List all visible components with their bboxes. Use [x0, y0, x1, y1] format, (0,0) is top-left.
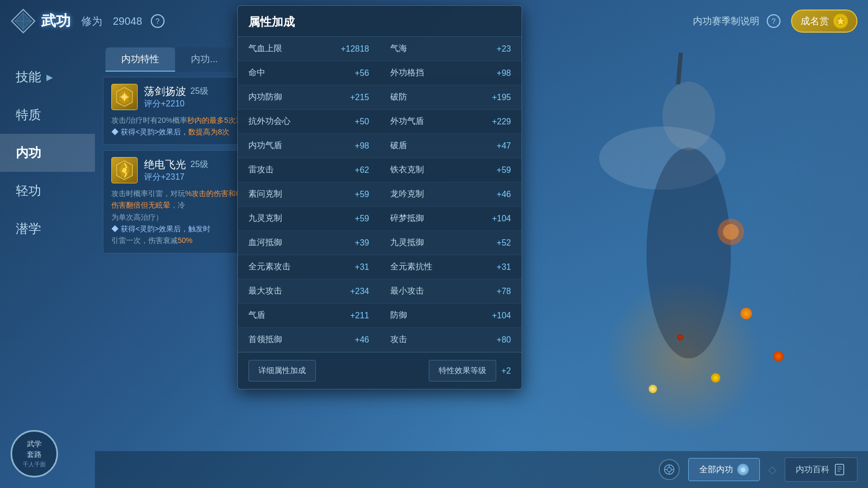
stat-name-tieyi: 铁衣克制 — [390, 164, 424, 175]
stat-val-shoulingdy: +46 — [355, 335, 369, 345]
season-btn[interactable]: 内功赛季制说明 ? — [693, 14, 780, 28]
neigong-circle-icon: ⊙ — [737, 464, 749, 475]
character-silhouette — [494, 11, 836, 474]
effect-level-btn[interactable]: 特性效果等级 — [429, 360, 496, 382]
stat-name-waiqidun: 外功气盾 — [390, 116, 424, 127]
neigong-baike-btn[interactable]: 内功百科 — [785, 457, 857, 482]
sidebar-item-qinggong[interactable]: 轻功 — [0, 172, 95, 210]
stat-name-gongji: 攻击 — [390, 334, 407, 345]
stat-val-mingzhong: +56 — [355, 69, 369, 78]
stat-row-suwenkz: 素问克制 +59 — [238, 182, 380, 207]
stat-val-gongji: +80 — [497, 335, 511, 345]
character-glow — [604, 277, 763, 435]
svg-point-1 — [647, 148, 731, 358]
stat-name-neigongfangyv: 内功防御 — [248, 92, 282, 103]
stat-row-waiqidun: 外功气盾 +229 — [380, 110, 522, 134]
stat-row-zuixiao: 最小攻击 +78 — [380, 279, 522, 304]
sidebar-item-jine[interactable]: 技能 ▶ — [0, 58, 95, 96]
stat-val-quanysks: +31 — [497, 262, 511, 272]
all-neigong-btn[interactable]: 全部内功 ⊙ — [688, 458, 760, 481]
stat-row-jiulingkz: 九灵克制 +59 — [238, 207, 380, 231]
skill-name-2: 绝电飞光 — [144, 158, 186, 172]
crosshair-btn[interactable] — [659, 459, 680, 480]
stat-name-shoulingdy: 首领抵御 — [248, 334, 282, 345]
svg-line-5 — [678, 53, 681, 84]
separator: ◇ — [768, 463, 776, 476]
fame-btn[interactable]: 成名赏 — [791, 9, 857, 33]
stat-val-waiqidun: +229 — [492, 117, 511, 126]
stat-row-qidun: 气盾 +211 — [238, 304, 380, 328]
sidebar-item-qianxue-label: 潜学 — [16, 220, 41, 237]
stat-row-gongji: 攻击 +80 — [380, 328, 522, 352]
sidebar-item-jine-label: 技能 — [16, 69, 41, 85]
stat-row-pofang: 破防 +195 — [380, 85, 522, 110]
background-character — [499, 0, 868, 488]
stat-row-waigongge: 外功格挡 +98 — [380, 61, 522, 85]
wuxue-badge[interactable]: 武学套路 千人千面 — [11, 430, 58, 477]
stat-val-jiulingkz: +59 — [355, 214, 369, 223]
stat-row-zuida: 最大攻击 +234 — [238, 279, 380, 304]
stat-row-qixue: 气血上限 +12818 — [238, 37, 380, 61]
stat-val-pofang: +195 — [492, 93, 511, 102]
popup-footer: 详细属性加成 特性效果等级 +2 — [238, 352, 522, 389]
stat-row-jiulingdy: 九灵抵御 +52 — [380, 231, 522, 255]
cultivation-label: 修为 — [81, 14, 102, 28]
stat-val-xuehedy: +39 — [355, 238, 369, 248]
popup-scroll[interactable]: 气血上限 +12818 命中 +56 内功防御 +215 抗外功会心 +50 内… — [238, 37, 522, 352]
effect-level-value: +2 — [501, 366, 511, 376]
stat-val-qidun: +211 — [350, 311, 369, 320]
stat-row-quanysks: 全元素抗性 +31 — [380, 255, 522, 279]
sidebar-arrow-jine: ▶ — [46, 72, 53, 82]
stat-val-leigongji: +62 — [355, 165, 369, 175]
season-btn-label: 内功赛季制说明 — [693, 15, 759, 27]
skill-icon-1 — [111, 84, 138, 110]
diamond-icon — [11, 8, 36, 34]
cultivation-value: 29048 — [113, 15, 142, 27]
stat-name-suwenkz: 素问克制 — [248, 189, 282, 200]
tab-neigong-texing[interactable]: 内功特性 — [105, 47, 175, 72]
wuxue-badge-text: 武学套路 — [27, 439, 42, 460]
season-help-icon[interactable]: ? — [767, 14, 780, 28]
fame-icon — [833, 14, 848, 28]
stat-val-suwenkz: +59 — [355, 190, 369, 199]
tab-second[interactable]: 内功... — [175, 47, 234, 72]
svg-point-4 — [723, 224, 739, 240]
stat-val-longyin: +46 — [497, 190, 511, 199]
sidebar-item-qinggong-label: 轻功 — [16, 182, 41, 199]
top-right-section: 内功赛季制说明 ? 成名赏 — [693, 9, 857, 33]
detail-attr-btn-label: 详细属性加成 — [258, 366, 306, 375]
stat-val-kangwai: +50 — [355, 117, 369, 126]
sidebar-item-tezhi[interactable]: 特质 — [0, 96, 95, 134]
stat-val-suimeng: +104 — [492, 214, 511, 223]
stat-name-jiulingkz: 九灵克制 — [248, 213, 282, 224]
stat-val-qixue: +12818 — [341, 44, 369, 54]
sidebar-item-neigong[interactable]: 内功 — [0, 134, 95, 172]
stat-val-podun: +47 — [497, 141, 511, 151]
stat-val-zuida: +234 — [350, 287, 369, 296]
cultivation-help-icon[interactable]: ? — [151, 14, 165, 28]
stat-val-quanysgj: +31 — [355, 262, 369, 272]
detail-attr-btn[interactable]: 详细属性加成 — [248, 360, 316, 382]
bottom-bar: 全部内功 ⊙ ◇ 内功百科 — [95, 451, 868, 488]
sidebar-item-qianxue[interactable]: 潜学 — [0, 210, 95, 248]
neigong-baike-label: 内功百科 — [796, 464, 830, 475]
crosshair-icon — [663, 464, 675, 475]
stat-name-longyin: 龙吟克制 — [390, 189, 424, 200]
stat-val-neigongfangyv: +215 — [350, 93, 369, 102]
top-left-section: 武功 修为 29048 ? — [11, 8, 165, 34]
stat-row-shoulingdy: 首领抵御 +46 — [238, 328, 380, 352]
stats-left-col: 气血上限 +12818 命中 +56 内功防御 +215 抗外功会心 +50 内… — [238, 37, 380, 352]
stat-val-tieyi: +59 — [497, 165, 511, 175]
svg-point-0 — [599, 126, 726, 190]
stat-name-jiulingdy: 九灵抵御 — [390, 237, 424, 248]
stat-row-mingzhong: 命中 +56 — [238, 61, 380, 85]
stat-row-suimeng: 碎梦抵御 +104 — [380, 207, 522, 231]
stat-name-qidun: 气盾 — [248, 310, 265, 321]
stat-name-kangwai: 抗外功会心 — [248, 116, 291, 127]
stat-val-fangyv: +104 — [492, 311, 511, 320]
skill-info-1: 荡剑扬波 25级 评分+2210 — [144, 84, 208, 110]
stat-name-xuehedy: 血河抵御 — [248, 237, 282, 248]
fame-btn-label: 成名赏 — [801, 15, 829, 27]
stat-name-waigongge: 外功格挡 — [390, 67, 424, 79]
skill-level-2: 25级 — [190, 159, 208, 170]
